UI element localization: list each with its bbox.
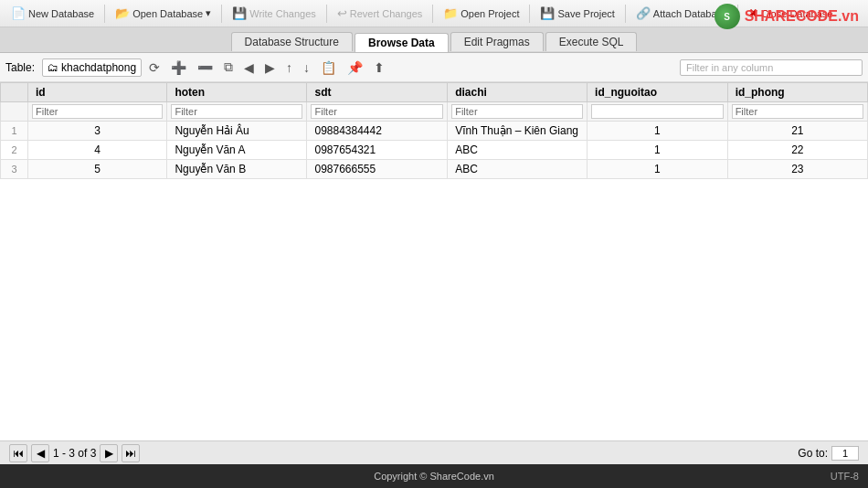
revert-changes-button[interactable]: ↩ Revert Changes — [332, 5, 429, 22]
pager-first-button[interactable]: ⏮ — [9, 444, 27, 462]
table-paste-button[interactable]: 📌 — [344, 58, 366, 77]
open-database-button[interactable]: 📂 Open Database ▾ — [110, 5, 217, 22]
table-row[interactable]: 2 4 Nguyễn Văn A 0987654321 ABC 1 22 — [1, 141, 868, 160]
open-project-label: Open Project — [460, 8, 519, 19]
open-db-arrow-icon: ▾ — [206, 7, 211, 19]
table-duplicate-row-button[interactable]: ⧉ — [220, 58, 237, 77]
table-header-row: id hoten sdt diachi id_nguoitao id_phong — [1, 83, 868, 102]
revert-icon: ↩ — [337, 6, 347, 20]
logo: S SHARECODE.vn — [715, 4, 859, 29]
cell-sdt: 0987654321 — [307, 141, 448, 160]
row-num: 2 — [1, 141, 28, 160]
save-project-button[interactable]: 💾 Save Project — [535, 5, 619, 22]
filter-diachi-input[interactable] — [451, 104, 583, 119]
filter-id-nguoitao — [587, 102, 728, 122]
col-header-id-phong: id_phong — [727, 83, 867, 102]
open-project-button[interactable]: 📁 Open Project — [438, 5, 524, 22]
row-num: 3 — [1, 160, 28, 179]
table-label: Table: — [5, 61, 35, 74]
pager-last-button[interactable]: ⏭ — [122, 444, 140, 462]
attach-icon: 🔗 — [636, 6, 651, 20]
table-refresh-button[interactable]: ⟳ — [145, 58, 164, 77]
table-export-button[interactable]: ⬆ — [370, 58, 388, 77]
cell-diachi: ABC — [448, 141, 587, 160]
table-icon: 🗂 — [48, 61, 58, 74]
open-db-label: Open Database — [132, 8, 203, 19]
table-row[interactable]: 1 3 Nguyễn Hải Âu 09884384442 Vĩnh Thuận… — [1, 122, 868, 141]
cell-id-nguoitao: 1 — [587, 160, 728, 179]
separator — [326, 5, 327, 23]
separator — [529, 5, 530, 23]
write-changes-button[interactable]: 💾 Write Changes — [227, 5, 322, 22]
filter-nguoitao-input[interactable] — [591, 104, 724, 119]
goto-box: Go to: 1 — [798, 446, 859, 461]
col-header-sdt: sdt — [307, 83, 448, 102]
table-body: 1 3 Nguyễn Hải Âu 09884384442 Vĩnh Thuận… — [1, 102, 868, 179]
col-header-id-nguoitao: id_nguoitao — [587, 83, 728, 102]
write-changes-label: Write Changes — [249, 8, 316, 19]
cell-sdt: 0987666555 — [307, 160, 448, 179]
table-toolbar: Table: 🗂 khachdatphong ⟳ ➕ ➖ ⧉ ◀ ▶ ↑ ↓ 📋… — [0, 53, 868, 82]
filter-diachi — [448, 102, 587, 122]
col-header-diachi: diachi — [448, 83, 587, 102]
pager-next-button[interactable]: ▶ — [100, 444, 118, 462]
table-delete-row-button[interactable]: ➖ — [194, 58, 217, 77]
cell-id: 3 — [28, 122, 167, 141]
cell-id-nguoitao: 1 — [587, 122, 728, 141]
filter-rownum — [1, 102, 28, 122]
col-header-hoten: hoten — [167, 83, 307, 102]
cell-hoten: Nguyễn Văn A — [167, 141, 307, 160]
filter-placeholder: Filter in any column — [686, 62, 773, 73]
filter-hoten-input[interactable] — [171, 104, 302, 119]
table-move-up-button[interactable]: ↑ — [282, 58, 296, 77]
separator — [104, 5, 105, 23]
table-row[interactable]: 3 5 Nguyễn Văn B 0987666555 ABC 1 23 — [1, 160, 868, 179]
cell-id: 4 — [28, 141, 167, 160]
table-prev-button[interactable]: ◀ — [240, 58, 258, 77]
filter-id-input[interactable] — [32, 104, 163, 119]
cell-id-phong: 23 — [727, 160, 867, 179]
col-header-rownum — [1, 83, 28, 102]
table-move-down-button[interactable]: ↓ — [300, 58, 313, 77]
filter-hoten — [167, 102, 307, 122]
column-filter-input[interactable]: Filter in any column — [680, 59, 863, 76]
copyright-text: Copyright © ShareCode.vn — [374, 471, 494, 482]
new-db-label: New Database — [28, 8, 94, 19]
table-add-row-button[interactable]: ➕ — [167, 58, 190, 77]
logo-icon: S — [715, 4, 740, 29]
filter-sdt-input[interactable] — [311, 104, 443, 119]
data-table: id hoten sdt diachi id_nguoitao id_phong — [0, 82, 868, 179]
filter-phong-input[interactable] — [732, 104, 863, 119]
filter-sdt — [307, 102, 448, 122]
tab-execute-sql[interactable]: Execute SQL — [545, 32, 638, 51]
new-db-icon: 📄 — [11, 6, 26, 20]
goto-label: Go to: — [798, 447, 828, 460]
revert-changes-label: Revert Changes — [350, 8, 423, 19]
cell-diachi: Vĩnh Thuận – Kiên Giang — [448, 122, 587, 141]
cell-hoten: Nguyễn Hải Âu — [167, 122, 307, 141]
data-table-area: id hoten sdt diachi id_nguoitao id_phong — [0, 82, 868, 488]
tab-database-structure[interactable]: Database Structure — [231, 32, 353, 51]
content-area: Table: 🗂 khachdatphong ⟳ ➕ ➖ ⧉ ◀ ▶ ↑ ↓ 📋… — [0, 53, 868, 488]
table-name: khachdatphong — [61, 61, 136, 74]
tab-browse-data[interactable]: Browse Data — [355, 33, 449, 52]
tab-edit-pragmas[interactable]: Edit Pragmas — [450, 32, 544, 51]
status-bar: ⏮ ◀ 1 - 3 of 3 ▶ ⏭ Go to: 1 — [0, 440, 868, 464]
pager: ⏮ ◀ 1 - 3 of 3 ▶ ⏭ — [9, 444, 140, 462]
table-copy-button[interactable]: 📋 — [317, 58, 340, 77]
goto-input[interactable]: 1 — [831, 446, 859, 461]
cell-sdt: 09884384442 — [307, 122, 448, 141]
write-icon: 💾 — [232, 6, 247, 20]
new-database-button[interactable]: 📄 New Database — [5, 5, 100, 22]
row-num: 1 — [1, 122, 28, 141]
cell-id-phong: 22 — [727, 141, 867, 160]
pager-range: 1 - 3 of 3 — [53, 447, 96, 460]
filter-id — [28, 102, 167, 122]
cell-id-nguoitao: 1 — [587, 141, 728, 160]
open-project-icon: 📁 — [443, 6, 458, 20]
save-project-icon: 💾 — [540, 6, 555, 20]
pager-prev-button[interactable]: ◀ — [31, 444, 49, 462]
open-db-icon: 📂 — [115, 6, 130, 20]
table-next-button[interactable]: ▶ — [261, 58, 279, 77]
footer: Copyright © ShareCode.vn UTF-8 — [0, 464, 868, 488]
